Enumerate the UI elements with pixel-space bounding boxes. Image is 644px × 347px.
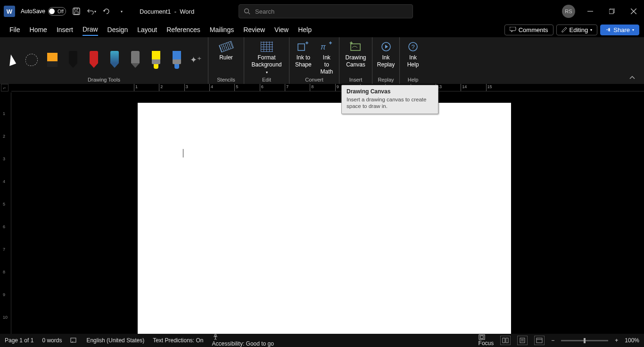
tab-layout[interactable]: Layout xyxy=(137,24,157,35)
tab-home[interactable]: Home xyxy=(30,24,47,35)
svg-line-4 xyxy=(248,13,250,15)
autosave-toggle[interactable]: AutoSave Off xyxy=(21,7,66,16)
minimize-button[interactable] xyxy=(584,5,597,18)
svg-rect-0 xyxy=(73,8,80,15)
share-icon xyxy=(605,27,611,33)
group-stencils: Ruler Stencils xyxy=(208,37,244,84)
group-replay: InkReplay Replay xyxy=(372,37,400,84)
tab-design[interactable]: Design xyxy=(107,24,128,35)
tab-file[interactable]: File xyxy=(9,24,20,35)
focus-mode-button[interactable]: Focus xyxy=(479,334,494,347)
tab-references[interactable]: References xyxy=(166,24,200,35)
zoom-level[interactable]: 100% xyxy=(625,337,639,344)
svg-rect-17 xyxy=(71,338,76,342)
editing-mode-button[interactable]: Editing ▾ xyxy=(556,25,598,35)
tab-view[interactable]: View xyxy=(274,24,289,35)
pen-red[interactable] xyxy=(87,51,101,69)
zoom-out-button[interactable]: − xyxy=(551,337,554,344)
highlighter-yellow[interactable] xyxy=(149,51,163,69)
group-edit: FormatBackground ▾ Edit xyxy=(244,37,289,84)
group-help: ? InkHelp Help xyxy=(400,37,426,84)
status-page[interactable]: Page 1 of 1 xyxy=(5,337,33,344)
save-icon[interactable] xyxy=(72,7,81,16)
status-accessibility[interactable]: Accessibility: Good to go xyxy=(212,334,274,347)
comments-button[interactable]: Comments xyxy=(504,25,553,35)
group-convert: Ink toShape π Ink toMath Convert xyxy=(289,37,339,84)
search-input[interactable]: Search xyxy=(239,4,413,18)
pen-black[interactable] xyxy=(66,51,80,69)
ink-to-shape-button[interactable]: Ink toShape xyxy=(293,40,314,68)
horizontal-ruler-area: ⌐ 123456789101112131415 xyxy=(0,84,644,92)
document-canvas[interactable] xyxy=(11,92,644,334)
group-label: Help xyxy=(400,77,426,84)
tab-review[interactable]: Review xyxy=(243,24,265,35)
status-language[interactable]: English (United States) xyxy=(86,337,144,344)
tab-insert[interactable]: Insert xyxy=(57,24,73,35)
tooltip-drawing-canvas: Drawing Canvas Insert a drawing canvas t… xyxy=(341,85,438,114)
lasso-select-tool[interactable] xyxy=(25,54,39,66)
svg-rect-13 xyxy=(351,44,360,50)
undo-button[interactable]: ▾ xyxy=(87,7,96,16)
drawing-canvas-button[interactable]: DrawingCanvas xyxy=(343,40,368,68)
toggle-state: Off xyxy=(58,9,64,14)
svg-rect-1 xyxy=(74,8,77,10)
group-label: Replay xyxy=(372,77,399,84)
focus-icon xyxy=(479,334,485,340)
web-layout-button[interactable] xyxy=(534,336,545,345)
svg-text:?: ? xyxy=(412,43,415,50)
svg-point-18 xyxy=(215,334,216,336)
eraser-tool[interactable] xyxy=(45,53,59,67)
status-predictions[interactable]: Text Predictions: On xyxy=(153,337,203,344)
page[interactable] xyxy=(138,103,511,334)
pen-galaxy[interactable] xyxy=(107,51,122,69)
qat-customize[interactable]: ▾ xyxy=(117,7,126,16)
chevron-down-icon: ▾ xyxy=(632,28,634,32)
toggle-knob xyxy=(49,8,55,14)
tab-mailings[interactable]: Mailings xyxy=(210,24,234,35)
ruler-corner[interactable]: ⌐ xyxy=(1,84,8,91)
action-pen[interactable]: ✦⁺ xyxy=(190,55,201,65)
autosave-label: AutoSave xyxy=(21,8,45,15)
tab-help[interactable]: Help xyxy=(298,24,312,35)
share-button[interactable]: Share ▾ xyxy=(600,25,639,35)
ink-replay-button[interactable]: InkReplay xyxy=(375,40,396,68)
ink-to-math-button[interactable]: π Ink toMath xyxy=(318,40,335,75)
chevron-down-icon[interactable]: ▾ xyxy=(94,9,96,14)
select-tool[interactable] xyxy=(4,55,18,65)
ink-help-button[interactable]: ? InkHelp xyxy=(405,40,421,68)
horizontal-ruler[interactable]: 123456789101112131415 xyxy=(11,84,644,91)
collapse-ribbon-button[interactable] xyxy=(629,75,636,80)
word-app-icon: W xyxy=(4,6,15,17)
user-avatar[interactable]: RS xyxy=(562,5,575,18)
svg-rect-23 xyxy=(520,338,525,343)
vertical-ruler[interactable]: 12345678910 xyxy=(0,92,11,334)
chevron-down-icon: ▾ xyxy=(590,28,592,32)
document-area: 12345678910 xyxy=(0,92,644,334)
highlighter-blue[interactable] xyxy=(170,51,184,69)
ruler-icon xyxy=(219,41,234,53)
restore-button[interactable] xyxy=(605,5,619,18)
tooltip-title: Drawing Canvas xyxy=(347,88,433,95)
ribbon: ✦⁺ Drawing Tools Ruler Stencils FormatBa… xyxy=(0,37,644,84)
ribbon-tabs: File Home Insert Draw Design Layout Refe… xyxy=(0,23,644,37)
spellcheck-icon[interactable] xyxy=(70,337,78,344)
zoom-in-button[interactable]: + xyxy=(615,337,618,344)
redo-button[interactable] xyxy=(102,7,111,16)
pencil-tool[interactable] xyxy=(128,51,142,69)
ink-to-shape-icon xyxy=(297,41,309,52)
close-button[interactable] xyxy=(627,5,640,18)
tab-draw[interactable]: Draw xyxy=(83,24,98,36)
status-words[interactable]: 0 words xyxy=(42,337,62,344)
svg-rect-10 xyxy=(510,27,516,31)
group-label: Convert xyxy=(289,77,339,84)
zoom-slider[interactable] xyxy=(561,340,608,341)
group-label: Insert xyxy=(339,77,372,84)
format-background-button[interactable]: FormatBackground ▾ xyxy=(248,40,285,75)
svg-rect-26 xyxy=(537,338,542,343)
quick-access-toolbar: ▾ ▾ xyxy=(72,7,126,16)
read-mode-button[interactable] xyxy=(500,336,511,345)
ruler-button[interactable]: Ruler xyxy=(217,40,235,61)
toggle-switch[interactable]: Off xyxy=(48,7,66,16)
print-layout-button[interactable] xyxy=(517,336,528,345)
svg-rect-11 xyxy=(298,44,305,50)
